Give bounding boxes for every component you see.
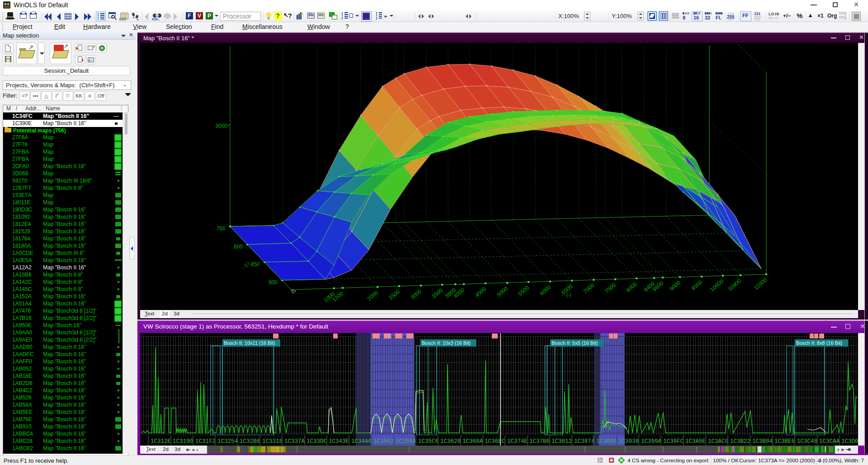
svg-text:2500: 2500 <box>387 288 401 301</box>
svg-text:1C3B84: 1C3B84 <box>752 438 773 445</box>
svg-text:2000: 2000 <box>366 289 379 302</box>
svg-text:1C3628: 1C3628 <box>440 438 461 445</box>
svg-text:1C3254: 1C3254 <box>217 438 238 445</box>
svg-text:1C3812: 1C3812 <box>552 438 572 445</box>
svg-text:1C3B22: 1C3B22 <box>730 438 750 445</box>
svg-text:- (-): - (-) <box>562 292 571 297</box>
svg-text:6000: 6000 <box>538 284 552 296</box>
svg-text:1C3A5E: 1C3A5E <box>685 438 706 445</box>
svg-text:7000: 7000 <box>582 282 595 295</box>
svg-text:9000: 9000 <box>668 279 682 292</box>
svg-text:8600: 8600 <box>651 280 665 292</box>
svg-text:1C3874: 1C3874 <box>574 438 594 445</box>
svg-text:1C3318: 1C3318 <box>262 438 283 445</box>
svg-text:Bosch II: 10x11 (16 Bit): Bosch II: 10x11 (16 Bit) <box>224 340 275 346</box>
svg-text:Bosch II: 5x5 (16 Bit): Bosch II: 5x5 (16 Bit) <box>552 340 598 346</box>
svg-text:1C3D0C: 1C3D0C <box>841 438 858 445</box>
svg-text:1C32B6: 1C32B6 <box>240 438 260 445</box>
svg-text:3500: 3500 <box>430 287 444 300</box>
svg-text:8000: 8000 <box>625 281 638 293</box>
svg-text:900: 900 <box>269 279 278 286</box>
svg-text:10400: 10400 <box>726 277 742 292</box>
svg-text:1C3190: 1C3190 <box>173 438 193 445</box>
svg-text:1C3AC0: 1C3AC0 <box>708 438 728 445</box>
svg-text:3000: 3000 <box>215 123 227 129</box>
svg-text:1C38D6: 1C38D6 <box>596 438 617 445</box>
svg-text:750: 750 <box>217 225 226 232</box>
svg-text:4500: 4500 <box>474 286 487 298</box>
svg-text:800: 800 <box>234 244 243 250</box>
svg-text:1200: 1200 <box>331 290 344 303</box>
svg-text:1C399A: 1C399A <box>641 438 662 445</box>
svg-text:850: 850 <box>251 261 260 268</box>
svg-text:Bosch II: 8x8 (16 Bit): Bosch II: 8x8 (16 Bit) <box>796 340 842 346</box>
svg-text:1C374E: 1C374E <box>507 438 528 445</box>
svg-text:1C3502: 1C3502 <box>373 438 394 445</box>
svg-text:1C39FC: 1C39FC <box>663 438 684 445</box>
svg-text:1C343E: 1C343E <box>329 438 349 445</box>
svg-text:Bosch II: 10x3 (16 Bit): Bosch II: 10x3 (16 Bit) <box>422 340 471 346</box>
svg-text:5000: 5000 <box>495 285 509 298</box>
svg-text:1C3564: 1C3564 <box>396 438 416 445</box>
svg-text:1C33DC: 1C33DC <box>307 438 327 445</box>
svg-text:1C337A: 1C337A <box>284 438 305 445</box>
svg-text:1C368A: 1C368A <box>462 438 483 445</box>
svg-text:11000: 11000 <box>753 277 768 291</box>
svg-text:5500: 5500 <box>517 284 530 297</box>
svg-text:10000: 10000 <box>709 278 725 292</box>
svg-text:1C35C6: 1C35C6 <box>418 438 439 445</box>
svg-text:1C3BE6: 1C3BE6 <box>774 438 795 445</box>
svg-text:1C34A0: 1C34A0 <box>351 438 372 445</box>
svg-text:- (-): - (-) <box>241 260 250 270</box>
svg-text:9500: 9500 <box>690 279 703 291</box>
svg-text:3000: 3000 <box>409 288 423 301</box>
svg-text:1C31F2: 1C31F2 <box>195 438 216 445</box>
svg-text:1C312E: 1C312E <box>151 438 171 445</box>
svg-text:1C36EC: 1C36EC <box>485 438 505 445</box>
svg-text:1C37B0: 1C37B0 <box>529 438 550 445</box>
svg-text:1C3C48: 1C3C48 <box>797 438 817 445</box>
svg-text:1C3CAA: 1C3CAA <box>819 438 840 445</box>
svg-text:7500: 7500 <box>604 282 617 294</box>
svg-text:1C3938: 1C3938 <box>618 438 639 445</box>
